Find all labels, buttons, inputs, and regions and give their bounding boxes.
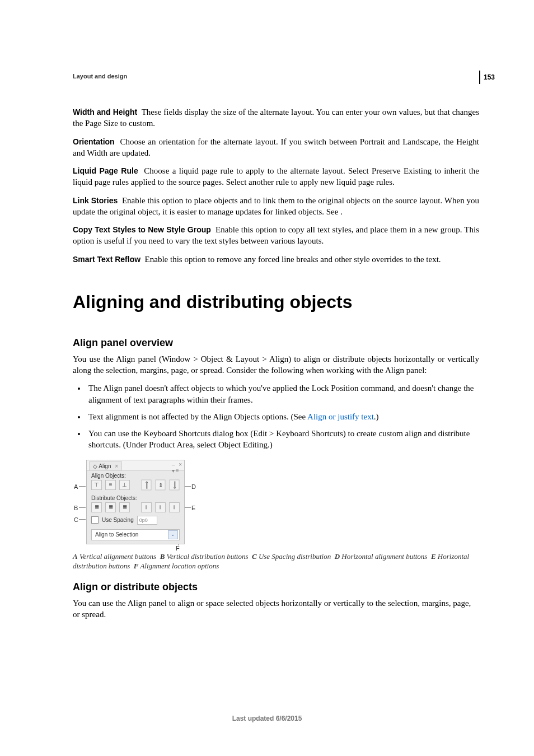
align-to-value: Align to Selection	[95, 531, 138, 538]
dist-bottom-button[interactable]: ≣	[119, 502, 130, 512]
panel-menu-icon[interactable]: ▾≡	[172, 468, 180, 474]
cap-txt-D: Horizontal alignment buttons	[341, 552, 427, 561]
dist-top-button[interactable]: ≣	[91, 502, 102, 512]
row-align-objects: ⊤ ≡ ⊥ ⟸ ⇔ ⟹	[87, 480, 184, 493]
heading-topic: Aligning and distributing objects	[73, 292, 479, 312]
panel-tab-label: Align	[99, 463, 111, 469]
term-link-stories: Link Stories	[73, 196, 118, 205]
cap-key-D: D	[335, 552, 340, 561]
para-width-height: Width and Height These fields display th…	[73, 106, 479, 129]
leader-A	[79, 486, 86, 487]
cap-key-B: B	[160, 552, 165, 561]
callout-B: B	[74, 505, 78, 511]
cap-txt-F: Alignment location options	[140, 562, 219, 570]
term-copy-styles: Copy Text Styles to New Style Group	[73, 225, 211, 234]
text-link-stories: Enable this option to place objects and …	[73, 196, 479, 216]
text-orientation: Choose an orientation for the alternate …	[73, 137, 479, 157]
term-liquid: Liquid Page Rule	[73, 166, 138, 175]
callout-C: C	[74, 516, 78, 523]
panel-tab-align[interactable]: ◇ Align ×	[89, 461, 122, 470]
cap-txt-B: Vertical distribution buttons	[167, 552, 249, 561]
bullet-3: You can use the Keyboard Shortcuts dialo…	[86, 428, 479, 451]
term-orientation: Orientation	[73, 137, 115, 146]
bullet-1: The Align panel doesn't affect objects t…	[86, 382, 479, 405]
bullet-2-pre: Text alignment is not affected by the Al…	[88, 412, 307, 421]
align-hcenter-button[interactable]: ⇔	[155, 479, 165, 490]
align-vcenter-button[interactable]: ≡	[105, 480, 116, 490]
leader-B	[79, 507, 86, 508]
dist-right-button[interactable]: ⫴	[169, 502, 180, 512]
dist-left-button[interactable]: ⫴	[141, 502, 152, 512]
minimize-icon[interactable]: –	[172, 461, 176, 468]
cap-txt-A: Vertical alignment buttons	[79, 552, 156, 561]
leader-E	[184, 507, 191, 508]
spacing-value-field[interactable]: 0p0	[137, 516, 157, 525]
footer-last-updated: Last updated 6/6/2015	[0, 715, 534, 722]
cap-key-E: E	[431, 552, 436, 561]
panel-window-buttons: – × ▾≡	[172, 461, 183, 474]
align-right-button[interactable]: ⟹	[169, 479, 179, 490]
para-smart-reflow: Smart Text Reflow Enable this option to …	[73, 254, 479, 265]
para-liquid: Liquid Page Rule Choose a liquid page ru…	[73, 165, 479, 188]
close-icon[interactable]: ×	[115, 463, 118, 469]
heading-overview: Align panel overview	[73, 337, 479, 349]
para-align-distribute: You can use the Align panel to align or …	[73, 598, 479, 620]
bullet-2: Text alignment is not affected by the Al…	[86, 411, 479, 422]
cap-txt-C: Use Spacing distribution	[259, 552, 331, 561]
close-panel-icon[interactable]: ×	[179, 461, 183, 468]
overview-bullets: The Align panel doesn't affect objects t…	[73, 382, 479, 450]
cap-key-A: A	[73, 552, 78, 561]
cap-key-F: F	[134, 562, 139, 570]
dist-vcenter-button[interactable]: ≣	[105, 502, 116, 512]
dist-hcenter-button[interactable]: ⫴	[155, 502, 166, 512]
leader-C	[79, 519, 86, 520]
use-spacing-checkbox[interactable]	[91, 516, 99, 524]
callout-A: A	[74, 483, 78, 490]
align-top-button[interactable]: ⊤	[91, 480, 102, 490]
row-distribute-objects: ≣ ≣ ≣ ⫴ ⫴ ⫴	[87, 502, 184, 516]
align-panel: ◇ Align × – × ▾≡ Align Objects: ⊤ ≡ ⊥	[86, 460, 185, 544]
callout-F: F	[176, 545, 180, 552]
align-to-select[interactable]: Align to Selection ⌄	[91, 529, 180, 540]
leader-D	[184, 486, 191, 487]
page-number: 153	[484, 73, 495, 81]
term-smart-reflow: Smart Text Reflow	[73, 255, 140, 264]
group-align-objects-label: Align Objects:	[87, 471, 184, 480]
cap-key-C: C	[252, 552, 257, 561]
para-overview: You use the Align panel (Window > Object…	[73, 353, 479, 376]
group-distribute-objects-label: Distribute Objects:	[87, 493, 184, 502]
callout-E: E	[191, 505, 195, 511]
term-width-height: Width and Height	[73, 108, 137, 116]
use-spacing-label: Use Spacing	[102, 517, 134, 523]
align-left-button[interactable]: ⟸	[141, 479, 151, 490]
running-head: Layout and design	[73, 73, 479, 80]
page-number-block: 153	[479, 71, 503, 84]
figure-caption: A Vertical alignment buttons B Vertical …	[73, 552, 479, 571]
row-use-spacing: Use Spacing 0p0	[87, 516, 184, 528]
bullet-2-post: .)	[374, 412, 379, 421]
para-orientation: Orientation Choose an orientation for th…	[73, 136, 479, 159]
link-align-justify-text[interactable]: Align or justify text	[307, 412, 374, 421]
panel-tabrow: ◇ Align × – × ▾≡	[87, 460, 184, 471]
para-link-stories: Link Stories Enable this option to place…	[73, 195, 479, 218]
heading-align-distribute: Align or distribute objects	[73, 581, 479, 593]
chevron-down-icon: ⌄	[168, 530, 178, 539]
callout-D: D	[191, 483, 196, 490]
text-smart-reflow: Enable this option to remove any forced …	[145, 255, 441, 264]
para-copy-styles: Copy Text Styles to New Style Group Enab…	[73, 224, 479, 247]
align-bottom-button[interactable]: ⊥	[119, 480, 130, 490]
figure-align-panel: A B C D E F ◇ Align × –	[73, 459, 479, 548]
